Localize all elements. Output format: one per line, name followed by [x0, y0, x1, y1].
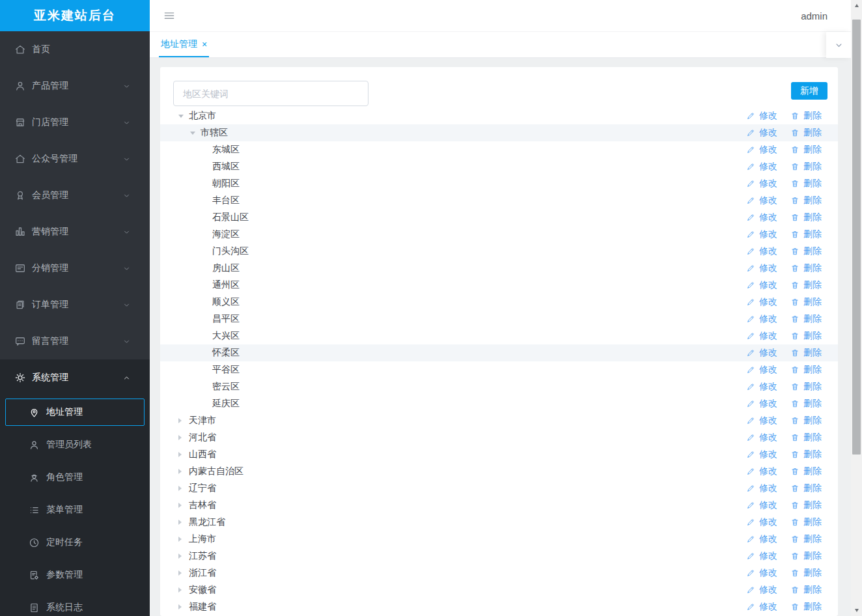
caret-right-icon[interactable] [178, 418, 189, 423]
delete-link[interactable]: 删除 [790, 127, 822, 139]
tree-row[interactable]: 山西省修改删除 [160, 446, 838, 463]
edit-link[interactable]: 修改 [746, 229, 777, 240]
edit-link[interactable]: 修改 [746, 195, 777, 206]
hamburger-icon[interactable] [163, 9, 176, 22]
edit-link[interactable]: 修改 [746, 483, 777, 494]
edit-link[interactable]: 修改 [746, 364, 777, 376]
tree-row[interactable]: 浙江省修改删除 [160, 565, 838, 581]
tree-row[interactable]: 上海市修改删除 [160, 531, 838, 548]
tree-row[interactable]: 北京市修改删除 [160, 107, 838, 124]
tree-row[interactable]: 昌平区修改删除 [160, 311, 838, 328]
tree-row[interactable]: 安徽省修改删除 [160, 581, 838, 598]
edit-link[interactable]: 修改 [746, 161, 777, 173]
sidebar-item-home[interactable]: 首页 [0, 31, 150, 68]
tree-row[interactable]: 江苏省修改删除 [160, 548, 838, 565]
edit-link[interactable]: 修改 [746, 499, 777, 511]
delete-link[interactable]: 删除 [790, 432, 822, 443]
edit-link[interactable]: 修改 [746, 330, 777, 342]
tree-row[interactable]: 密云区修改删除 [160, 378, 838, 395]
edit-link[interactable]: 修改 [746, 466, 777, 477]
delete-link[interactable]: 删除 [790, 567, 822, 579]
caret-right-icon[interactable] [178, 520, 189, 525]
tab-overflow-button[interactable] [826, 32, 851, 58]
tree-row[interactable]: 市辖区修改删除 [160, 124, 838, 141]
delete-link[interactable]: 删除 [790, 381, 822, 393]
sidebar-subitem-admin-list[interactable]: 管理员列表 [0, 428, 150, 461]
delete-link[interactable]: 删除 [790, 330, 822, 342]
sidebar-subitem-param[interactable]: 参数管理 [0, 559, 150, 591]
sidebar-item-member[interactable]: 会员管理 [0, 177, 150, 214]
delete-link[interactable]: 删除 [790, 516, 822, 528]
caret-right-icon[interactable] [178, 604, 189, 609]
delete-link[interactable]: 删除 [790, 313, 822, 325]
edit-link[interactable]: 修改 [746, 212, 777, 223]
delete-link[interactable]: 删除 [790, 499, 822, 511]
edit-link[interactable]: 修改 [746, 567, 777, 579]
sidebar-subitem-menu[interactable]: 菜单管理 [0, 494, 150, 526]
sidebar-item-system[interactable]: 系统管理 [0, 359, 150, 396]
edit-link[interactable]: 修改 [746, 516, 777, 528]
edit-link[interactable]: 修改 [746, 262, 777, 274]
search-input[interactable] [173, 81, 368, 106]
caret-right-icon[interactable] [178, 503, 189, 508]
sidebar-subitem-address[interactable]: 地址管理 [5, 399, 145, 426]
delete-link[interactable]: 删除 [790, 229, 822, 240]
delete-link[interactable]: 删除 [790, 195, 822, 206]
tree-row[interactable]: 辽宁省修改删除 [160, 480, 838, 497]
delete-link[interactable]: 删除 [790, 483, 822, 494]
caret-right-icon[interactable] [178, 570, 189, 576]
sidebar-item-wechat[interactable]: 公众号管理 [0, 141, 150, 177]
sidebar-item-message[interactable]: 留言管理 [0, 323, 150, 359]
sidebar-subitem-cron[interactable]: 定时任务 [0, 526, 150, 559]
sidebar-item-product[interactable]: 产品管理 [0, 68, 150, 104]
caret-right-icon[interactable] [178, 452, 189, 457]
edit-link[interactable]: 修改 [746, 110, 777, 122]
edit-link[interactable]: 修改 [746, 381, 777, 393]
edit-link[interactable]: 修改 [746, 533, 777, 545]
username[interactable]: admin [801, 10, 827, 21]
scrollbar-thumb[interactable] [852, 20, 861, 455]
caret-down-icon[interactable] [190, 132, 201, 135]
edit-link[interactable]: 修改 [746, 584, 777, 596]
sidebar-subitem-log[interactable]: 系统日志 [0, 591, 150, 616]
sidebar-item-marketing[interactable]: 营销管理 [0, 214, 150, 250]
delete-link[interactable]: 删除 [790, 533, 822, 545]
edit-link[interactable]: 修改 [746, 178, 777, 189]
edit-link[interactable]: 修改 [746, 296, 777, 308]
scrollbar[interactable] [851, 0, 862, 616]
tree-row[interactable]: 门头沟区修改删除 [160, 243, 838, 260]
edit-link[interactable]: 修改 [746, 398, 777, 410]
edit-link[interactable]: 修改 [746, 550, 777, 562]
edit-link[interactable]: 修改 [746, 432, 777, 443]
delete-link[interactable]: 删除 [790, 466, 822, 477]
delete-link[interactable]: 删除 [790, 601, 822, 613]
edit-link[interactable]: 修改 [746, 347, 777, 359]
tree-row[interactable]: 大兴区修改删除 [160, 328, 838, 344]
scroll-down-icon[interactable] [851, 605, 862, 616]
delete-link[interactable]: 删除 [790, 245, 822, 257]
edit-link[interactable]: 修改 [746, 245, 777, 257]
delete-link[interactable]: 删除 [790, 364, 822, 376]
caret-right-icon[interactable] [178, 553, 189, 559]
tree-row[interactable]: 平谷区修改删除 [160, 361, 838, 378]
delete-link[interactable]: 删除 [790, 296, 822, 308]
tree-row[interactable]: 内蒙古自治区修改删除 [160, 463, 838, 480]
tree-row[interactable]: 顺义区修改删除 [160, 294, 838, 311]
tree-row[interactable]: 延庆区修改删除 [160, 395, 838, 412]
sidebar-item-order[interactable]: 订单管理 [0, 287, 150, 323]
delete-link[interactable]: 删除 [790, 584, 822, 596]
delete-link[interactable]: 删除 [790, 550, 822, 562]
delete-link[interactable]: 删除 [790, 279, 822, 291]
tree-row[interactable]: 西城区修改删除 [160, 158, 838, 175]
delete-link[interactable]: 删除 [790, 161, 822, 173]
edit-link[interactable]: 修改 [746, 279, 777, 291]
edit-link[interactable]: 修改 [746, 144, 777, 156]
tree-row[interactable]: 朝阳区修改删除 [160, 175, 838, 192]
tree-row[interactable]: 房山区修改删除 [160, 260, 838, 277]
tree-row[interactable]: 福建省修改删除 [160, 598, 838, 615]
delete-link[interactable]: 删除 [790, 262, 822, 274]
delete-link[interactable]: 删除 [790, 178, 822, 189]
tree-row[interactable]: 吉林省修改删除 [160, 497, 838, 514]
sidebar-subitem-role[interactable]: 角色管理 [0, 461, 150, 494]
tree-row[interactable]: 黑龙江省修改删除 [160, 514, 838, 531]
